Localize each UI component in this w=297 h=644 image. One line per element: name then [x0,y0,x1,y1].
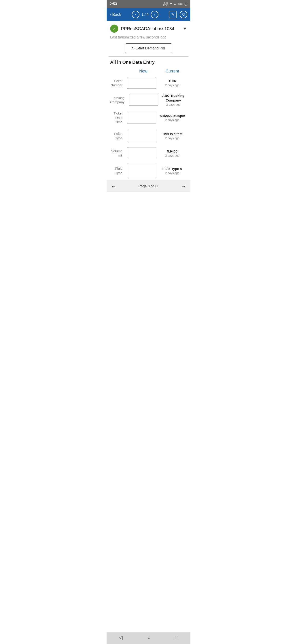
label-trucking-company: TruckingCompany [110,96,127,104]
label-fluid-type: Fluid Type [110,166,125,175]
status-time: 2:53 [110,2,117,6]
wifi-icon: ▼ [170,2,172,6]
next-page-button[interactable]: › [151,11,158,18]
pagination-next[interactable]: → [181,183,186,189]
form-header: New Current [107,67,190,75]
nav-bar: ‹ Back ‹ 1 / 4 › ✎ ↻ [107,8,190,21]
current-fluid-type: Fluid Type A 2 days ago [158,166,187,175]
form-row-fluid-type: Fluid Type Fluid Type A 2 days ago [107,162,190,180]
input-ticket-date-time[interactable] [127,112,156,124]
poll-icon: ↻ [131,46,135,51]
refresh-button[interactable]: ↻ [180,11,187,18]
form-row-volume: Volume m3 5.9400 2 days ago [107,145,190,162]
label-volume: Volume m3 [110,149,125,158]
section-title: All in One Data Entry [107,56,190,67]
nav-center: ‹ 1 / 4 › [132,11,158,18]
form-header-new: New [129,69,158,74]
pagination-text: Page 8 of 11 [138,184,159,188]
current-ticket-date-time: 7/1/2022 5:26pm 2 days ago [158,113,187,122]
next-icon: › [154,12,155,16]
page-number: 1 / 4 [142,12,149,16]
checkmark-icon: ✓ [113,26,116,31]
device-status-icon: ✓ [110,24,118,33]
current-ticket-number: 1056 2 days ago [158,78,187,87]
status-bar: 2:53 0.35KB/S ▼ ▲ 73% ◯ [107,0,190,8]
refresh-icon: ↻ [182,12,185,17]
demand-poll-label: Start Demand Poll [137,46,166,50]
prev-icon: ‹ [135,12,136,16]
back-label: Back [112,12,121,17]
form-header-current: Current [158,69,187,74]
pagination-prev[interactable]: ← [111,183,116,189]
status-right: 0.35KB/S ▼ ▲ 73% ◯ [163,2,187,6]
battery-icon: ◯ [184,2,187,6]
back-button[interactable]: ‹ Back [110,12,121,18]
current-volume: 5.9400 2 days ago [158,149,187,158]
demand-poll-container: ↻ Start Demand Poll [107,42,190,56]
input-fluid-type[interactable] [127,164,156,178]
form-row-ticket-type: Ticket Type This is a test 2 days ago [107,126,190,145]
device-dropdown-icon[interactable]: ▼ [183,26,187,31]
demand-poll-button[interactable]: ↻ Start Demand Poll [125,44,172,53]
prev-page-button[interactable]: ‹ [132,11,139,18]
form-row-trucking-company: TruckingCompany ABC Trucking Company 2 d… [107,91,190,109]
device-name: PPRocSCADAfloboss1034 [121,26,180,31]
input-ticket-type[interactable] [127,129,156,143]
form-rows: Ticket Number 1056 2 days ago TruckingCo… [107,75,190,180]
input-ticket-number[interactable] [127,77,156,89]
back-arrow-icon: ‹ [110,12,111,18]
data-rate: 0.35KB/S [163,2,168,6]
edit-icon: ✎ [171,12,175,17]
label-ticket-type: Ticket Type [110,132,125,140]
pagination: ← Page 8 of 11 → [107,180,190,192]
battery-level: 73% [178,2,183,6]
current-trucking-company: ABC Trucking Company 2 days ago [160,93,187,107]
signal-icon: ▲ [174,2,176,6]
edit-button[interactable]: ✎ [169,11,177,18]
last-transmitted: Last transmitted a few seconds ago [107,34,190,42]
device-header: ✓ PPRocSCADAfloboss1034 ▼ [107,21,190,34]
current-ticket-type: This is a test 2 days ago [158,132,187,140]
form-row-ticket-number: Ticket Number 1056 2 days ago [107,75,190,91]
label-ticket-number: Ticket Number [110,79,125,88]
nav-right: ✎ ↻ [169,11,187,18]
input-trucking-company[interactable] [129,94,158,106]
form-row-ticket-date-time: Ticket Date Time 7/1/2022 5:26pm 2 days … [107,109,190,126]
label-ticket-date-time: Ticket Date Time [110,111,125,124]
input-volume[interactable] [127,148,156,159]
